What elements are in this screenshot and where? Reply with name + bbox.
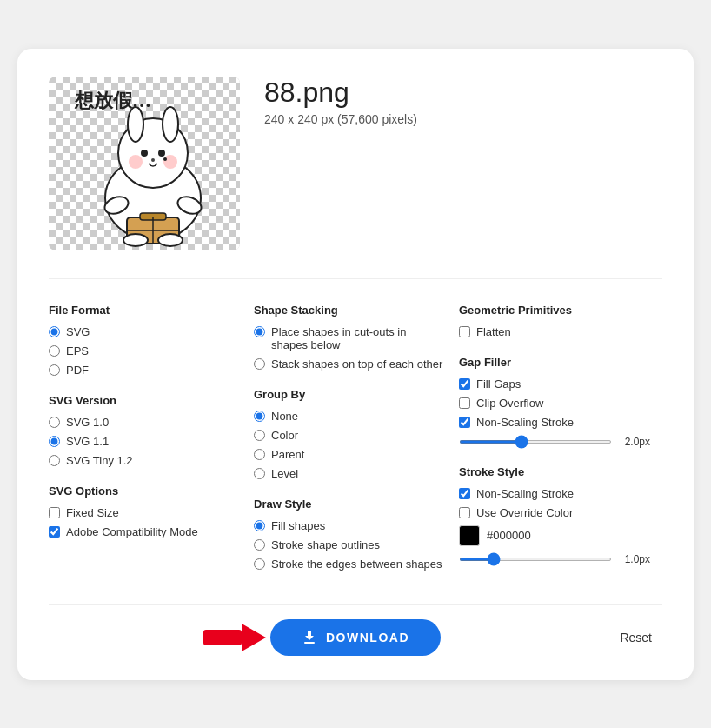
svg-point-14: [163, 155, 177, 169]
radio-fill-shapes[interactable]: Fill shapes: [254, 519, 445, 532]
main-card: 想放假…: [17, 49, 694, 680]
radio-svg[interactable]: SVG: [49, 325, 240, 338]
group-by-title: Group By: [254, 388, 445, 401]
svg-point-15: [163, 157, 167, 161]
radio-color[interactable]: Color: [254, 429, 445, 442]
radio-cutout[interactable]: Place shapes in cut-outs in shapes below: [254, 325, 445, 351]
file-format-group: File Format SVG EPS PDF: [49, 304, 240, 377]
gap-filler-slider[interactable]: [459, 440, 612, 444]
red-arrow-group: [203, 624, 266, 651]
reset-button[interactable]: Reset: [609, 624, 662, 651]
checkbox-use-override-color[interactable]: Use Override Color: [459, 506, 650, 519]
draw-style-group: Draw Style Fill shapes Stroke shape outl…: [254, 498, 445, 571]
download-button[interactable]: DOWNLOAD: [270, 619, 441, 656]
top-section: 想放假…: [49, 77, 662, 250]
gap-filler-slider-row: 2.0px: [459, 436, 650, 448]
shape-stacking-group: Shape Stacking Place shapes in cut-outs …: [254, 304, 445, 371]
shape-stacking-title: Shape Stacking: [254, 304, 445, 317]
svg-version-group: SVG Version SVG 1.0 SVG 1.1 SVG Tiny 1.2: [49, 394, 240, 467]
gap-filler-title: Gap Filler: [459, 356, 650, 369]
radio-none[interactable]: None: [254, 410, 445, 423]
stroke-style-group: Stroke Style Non-Scaling Stroke Use Over…: [459, 465, 650, 565]
svg-point-8: [128, 107, 143, 142]
color-swatch[interactable]: [459, 525, 480, 546]
checkbox-adobe-compat[interactable]: Adobe Compatibility Mode: [49, 525, 240, 538]
radio-stroke-edges[interactable]: Stroke the edges between shapes: [254, 558, 445, 571]
checkbox-clip-overflow[interactable]: Clip Overflow: [459, 397, 650, 410]
stroke-style-slider[interactable]: [459, 558, 612, 561]
radio-pdf[interactable]: PDF: [49, 364, 240, 377]
radio-level[interactable]: Level: [254, 467, 445, 480]
geometric-primitives-group: Geometric Primitives Flatten: [459, 304, 650, 338]
color-row: #000000: [459, 525, 650, 546]
svg-point-11: [158, 150, 165, 157]
radio-stack[interactable]: Stack shapes on top of each other: [254, 357, 445, 371]
svg-options-group: SVG Options Fixed Size Adobe Compatibili…: [49, 484, 240, 538]
column-3: Geometric Primitives Flatten Gap Filler …: [459, 304, 650, 577]
stroke-style-slider-value: 1.0px: [619, 553, 650, 565]
radio-svg-tiny[interactable]: SVG Tiny 1.2: [49, 454, 240, 467]
column-2: Shape Stacking Place shapes in cut-outs …: [254, 304, 445, 577]
svg-point-23: [158, 234, 183, 246]
radio-svg10[interactable]: SVG 1.0: [49, 416, 240, 429]
svg-point-22: [123, 234, 148, 246]
checkbox-fill-gaps[interactable]: Fill Gaps: [459, 377, 650, 391]
file-info: 88.png 240 x 240 px (57,600 pixels): [264, 77, 417, 126]
preview-svg: 想放假…: [49, 77, 240, 250]
image-preview: 想放假…: [49, 77, 240, 250]
arrow-head: [242, 624, 266, 651]
file-dimensions: 240 x 240 px (57,600 pixels): [264, 112, 417, 126]
radio-svg11[interactable]: SVG 1.1: [49, 435, 240, 448]
download-label: DOWNLOAD: [326, 631, 409, 645]
gap-filler-slider-value: 2.0px: [619, 436, 650, 448]
draw-style-title: Draw Style: [254, 498, 445, 511]
file-format-title: File Format: [49, 304, 240, 317]
svg-rect-24: [304, 642, 315, 644]
svg-point-12: [151, 158, 155, 162]
checkbox-flatten[interactable]: Flatten: [459, 325, 650, 338]
checkbox-non-scaling-stroke-gap[interactable]: Non-Scaling Stroke: [459, 416, 650, 429]
radio-parent[interactable]: Parent: [254, 448, 445, 461]
download-icon: [302, 630, 317, 645]
svg-point-10: [141, 150, 148, 157]
bottom-bar: DOWNLOAD Reset: [49, 604, 662, 656]
color-hex-value: #000000: [487, 529, 531, 542]
svg-point-13: [129, 155, 143, 169]
svg-version-title: SVG Version: [49, 394, 240, 407]
options-grid: File Format SVG EPS PDF SVG Version: [49, 304, 662, 577]
gap-filler-group: Gap Filler Fill Gaps Clip Overflow Non-S…: [459, 356, 650, 448]
checkbox-non-scaling-stroke-style[interactable]: Non-Scaling Stroke: [459, 487, 650, 500]
checkbox-fixed-size[interactable]: Fixed Size: [49, 506, 240, 519]
column-1: File Format SVG EPS PDF SVG Version: [49, 304, 240, 577]
svg-point-9: [163, 107, 178, 142]
radio-stroke-outlines[interactable]: Stroke shape outlines: [254, 538, 445, 551]
arrow-shaft: [203, 630, 242, 645]
stroke-style-title: Stroke Style: [459, 465, 650, 478]
group-by-group: Group By None Color Parent: [254, 388, 445, 480]
divider: [49, 278, 662, 279]
reset-label: Reset: [620, 631, 652, 645]
file-name: 88.png: [264, 77, 417, 109]
stroke-style-slider-row: 1.0px: [459, 553, 650, 565]
radio-eps[interactable]: EPS: [49, 344, 240, 357]
geometric-primitives-title: Geometric Primitives: [459, 304, 650, 317]
svg-options-title: SVG Options: [49, 484, 240, 498]
